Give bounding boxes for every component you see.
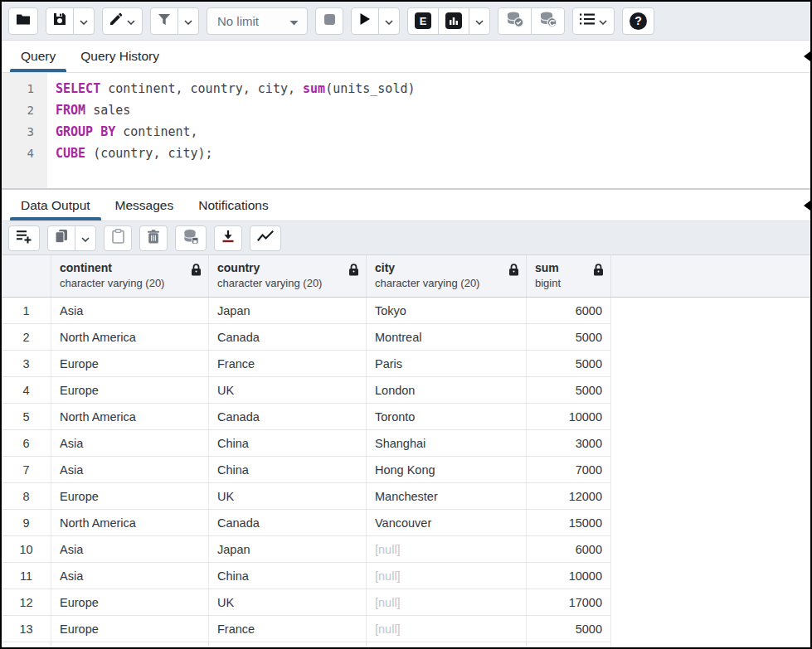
cell-continent[interactable]: Europe	[51, 589, 209, 615]
cell-city[interactable]: Vancouver	[367, 510, 527, 535]
column-header-continent[interactable]: continentcharacter varying (20)	[51, 255, 209, 297]
row-number[interactable]: 10	[2, 536, 51, 562]
cell-sum[interactable]: 5000	[527, 377, 611, 403]
cell-country[interactable]: China	[209, 457, 367, 482]
commit-button[interactable]	[498, 7, 532, 35]
save-options-button[interactable]	[73, 7, 95, 35]
cell-city[interactable]: Montreal	[367, 324, 527, 350]
code-line[interactable]: FROM sales	[56, 99, 810, 121]
cell-city[interactable]: Tokyo	[367, 298, 527, 323]
graph-visualiser-button[interactable]	[250, 225, 281, 251]
cell-continent[interactable]: North America	[51, 324, 209, 350]
row-number[interactable]: 1	[2, 298, 51, 323]
cell-city[interactable]: Shanghai	[367, 430, 527, 456]
row-number[interactable]: 11	[2, 563, 51, 588]
execute-options-button[interactable]	[378, 7, 400, 35]
help-button[interactable]: ?	[622, 7, 654, 35]
cell-city[interactable]: [null]	[367, 642, 527, 647]
row-limit-select[interactable]: No limit	[207, 7, 308, 35]
row-number[interactable]: 4	[2, 377, 51, 403]
cell-city[interactable]: Manchester	[367, 483, 527, 509]
column-header-sum[interactable]: sumbigint	[527, 255, 611, 297]
explain-button[interactable]: E	[407, 7, 439, 35]
cell-continent[interactable]: Asia	[51, 430, 209, 456]
cell-city[interactable]: [null]	[367, 563, 527, 588]
cell-country[interactable]: Canada	[209, 324, 367, 350]
row-number[interactable]: 14	[2, 642, 51, 647]
execute-button[interactable]	[351, 7, 379, 35]
cell-country[interactable]: France	[209, 616, 367, 642]
cell-continent[interactable]: North America	[51, 404, 209, 429]
cell-sum[interactable]: 10000	[527, 563, 611, 588]
filter-options-button[interactable]	[177, 7, 199, 35]
cell-country[interactable]: China	[209, 430, 367, 456]
edit-button[interactable]	[102, 7, 143, 35]
row-number[interactable]: 12	[2, 589, 51, 615]
delete-row-button[interactable]	[139, 225, 168, 251]
row-number[interactable]: 6	[2, 430, 51, 456]
cell-continent[interactable]: Asia	[51, 536, 209, 562]
cell-continent[interactable]: North America	[51, 510, 209, 535]
cell-city[interactable]: [null]	[367, 536, 527, 562]
cell-sum[interactable]: 7000	[527, 457, 611, 482]
cell-country[interactable]: Canada	[209, 404, 367, 429]
cell-country[interactable]: Canada	[209, 510, 367, 535]
copy-options-button[interactable]	[75, 225, 96, 251]
row-number[interactable]: 5	[2, 404, 51, 429]
tab-messages[interactable]: Messages	[103, 190, 187, 220]
row-number[interactable]: 13	[2, 616, 51, 642]
cell-continent[interactable]: Europe	[51, 351, 209, 376]
cell-country[interactable]: Japan	[209, 536, 367, 562]
cell-sum[interactable]: 6000	[527, 536, 611, 562]
cell-country[interactable]: UK	[209, 377, 367, 403]
cell-sum[interactable]: 6000	[527, 298, 611, 323]
cell-country[interactable]: UK	[209, 589, 367, 615]
cell-city[interactable]: [null]	[367, 616, 527, 642]
save-data-changes-button[interactable]	[175, 225, 207, 251]
cell-sum[interactable]: 30000	[527, 642, 611, 647]
row-number[interactable]: 9	[2, 510, 51, 535]
cell-sum[interactable]: 17000	[527, 589, 611, 615]
cell-sum[interactable]: 5000	[527, 616, 611, 642]
row-number-header[interactable]	[2, 255, 51, 297]
cell-continent[interactable]: Europe	[51, 483, 209, 509]
cell-country[interactable]: UK	[209, 483, 367, 509]
cell-sum[interactable]: 5000	[527, 351, 611, 376]
tab-query[interactable]: Query	[8, 41, 68, 72]
column-header-country[interactable]: countrycharacter varying (20)	[209, 255, 367, 297]
copy-button[interactable]	[47, 225, 75, 251]
sql-editor[interactable]: 1234 SELECT continent, country, city, su…	[2, 73, 810, 190]
cell-city[interactable]: Paris	[367, 351, 527, 376]
macros-button[interactable]	[572, 7, 615, 35]
code-line[interactable]: GROUP BY continent,	[56, 121, 810, 143]
stop-button[interactable]	[315, 7, 343, 35]
cell-continent[interactable]: Asia	[51, 563, 209, 588]
editor-code[interactable]: SELECT continent, country, city, sum(uni…	[47, 73, 810, 188]
explain-options-button[interactable]	[469, 7, 490, 35]
tab-query-history[interactable]: Query History	[68, 41, 172, 72]
cell-sum[interactable]: 5000	[527, 324, 611, 350]
cell-continent[interactable]: Asia	[51, 298, 209, 323]
cell-continent[interactable]: Europe	[51, 377, 209, 403]
explain-analyze-button[interactable]	[438, 7, 469, 35]
cell-country[interactable]: Canada	[209, 642, 367, 647]
cell-city[interactable]: [null]	[367, 589, 527, 615]
open-file-button[interactable]	[8, 7, 38, 35]
row-number[interactable]: 7	[2, 457, 51, 482]
cell-sum[interactable]: 15000	[527, 510, 611, 535]
cell-country[interactable]: Japan	[209, 298, 367, 323]
cell-continent[interactable]: Europe	[51, 616, 209, 642]
cell-sum[interactable]: 3000	[527, 430, 611, 456]
column-header-city[interactable]: citycharacter varying (20)	[367, 255, 527, 297]
code-line[interactable]: SELECT continent, country, city, sum(uni…	[56, 78, 810, 99]
cell-city[interactable]: Hong Kong	[367, 457, 527, 482]
tab-data-output[interactable]: Data Output	[8, 190, 103, 220]
paste-button[interactable]	[104, 225, 132, 251]
cell-sum[interactable]: 12000	[527, 483, 611, 509]
tab-notifications[interactable]: Notifications	[186, 190, 280, 220]
save-button[interactable]	[46, 7, 74, 35]
filter-button[interactable]	[150, 7, 178, 35]
cell-country[interactable]: China	[209, 563, 367, 588]
cell-sum[interactable]: 10000	[527, 404, 611, 429]
cell-continent[interactable]: North America	[51, 642, 209, 647]
